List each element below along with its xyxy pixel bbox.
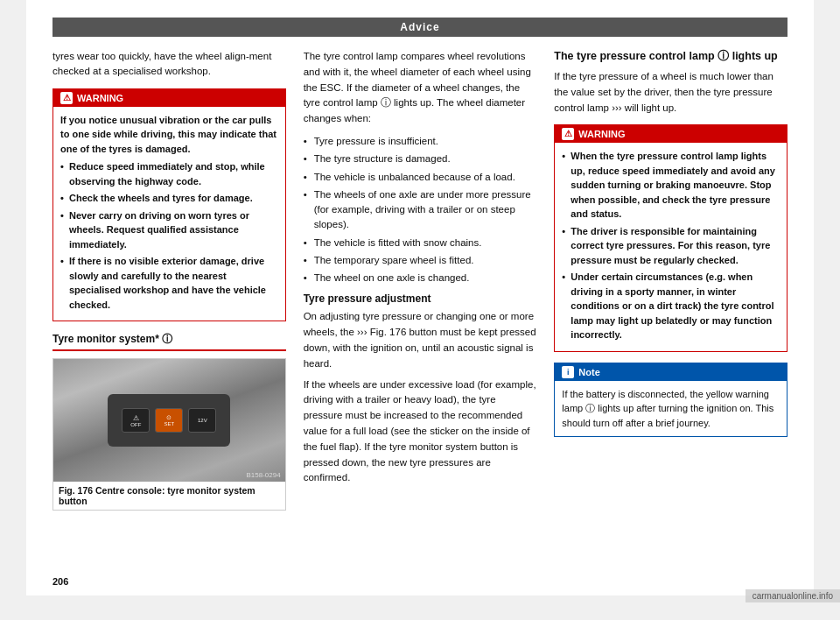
right-warning-bullet-1: When the tyre pressure control lamp ligh… [562,149,780,222]
left-warning-box: ⚠ WARNING If you notice unusual vibratio… [52,88,286,322]
header-bar: Advice [52,18,788,37]
adjustment-text: On adjusting tyre pressure or changing o… [304,309,537,486]
left-warning-main: If you notice unusual vibration or the c… [60,113,278,157]
image-caption-bold: Fig. 176 [59,485,93,496]
console-btn-12v: 12V [188,408,216,433]
middle-bullet-6: The temporary spare wheel is fitted. [304,253,537,268]
middle-column: The tyre control lamp compares wheel rev… [304,49,537,518]
watermark: carmanualonline.info [746,589,840,602]
tyre-image-box: ⚠ OFF ⊙ SET 12V B158-0294 [52,358,286,511]
middle-bullet-5: The vehicle is fitted with snow chains. [304,236,537,250]
note-header: i Note [555,363,787,381]
left-warning-bullet-1: Reduce speed immediately and stop, while… [60,159,278,188]
adjustment-para-2: If the wheels are under excessive load (… [304,377,537,487]
right-warning-bullet-2: The driver is responsible for maintainin… [562,224,780,268]
note-box: i Note If the battery is disconnected, t… [554,363,788,438]
left-warning-bullet-4: If there is no visible exterior damage, … [60,254,278,312]
right-warning-icon: ⚠ [562,128,574,140]
right-warning-bullet-3: Under certain circumstances (e.g. when d… [562,270,780,342]
right-section-title: The tyre pressure control lamp ⓘ lights … [554,49,788,64]
page-number: 206 [52,576,68,587]
right-intro-text: If the tyre pressure of a wheel is much … [554,69,788,116]
right-warning-bullets: When the tyre pressure control lamp ligh… [562,149,780,342]
left-warning-content: If you notice unusual vibration or the c… [53,107,285,321]
image-caption: Fig. 176 Centre console: tyre monitor sy… [53,482,285,510]
left-warning-label: WARNING [77,93,123,103]
middle-bullet-3: The vehicle is unbalanced because of a l… [304,170,537,185]
tyre-image: ⚠ OFF ⊙ SET 12V B158-0294 [53,359,285,482]
left-warning-header: ⚠ WARNING [53,89,285,107]
middle-bullets: Tyre pressure is insufficient. The tyre … [304,134,537,285]
middle-bullet-4: The wheels of one axle are under more pr… [304,187,537,233]
header-title: Advice [400,21,439,33]
right-column: The tyre pressure control lamp ⓘ lights … [554,49,788,518]
tyre-console-image: ⚠ OFF ⊙ SET 12V [108,394,230,447]
left-warning-bullet-3: Never carry on driving on worn tyres or … [60,208,278,252]
right-warning-box: ⚠ WARNING When the tyre pressure control… [554,124,788,352]
console-btn-set: ⊙ SET [155,408,183,433]
warning-icon: ⚠ [60,92,73,104]
left-warning-bullet-2: Check the wheels and tyres for damage. [60,191,278,206]
middle-bullet-2: The tyre structure is damaged. [304,151,537,166]
middle-intro: The tyre control lamp compares wheel rev… [304,49,537,127]
right-warning-content: When the tyre pressure control lamp ligh… [555,143,787,351]
left-intro-text: tyres wear too quickly, have the wheel a… [52,49,286,80]
middle-intro-para: The tyre control lamp compares wheel rev… [304,49,537,127]
left-warning-bullets: Reduce speed immediately and stop, while… [60,159,278,312]
note-icon: i [562,366,574,378]
left-column: tyres wear too quickly, have the wheel a… [52,49,286,518]
note-text: If the battery is disconnected, the yell… [562,389,774,428]
note-content: If the battery is disconnected, the yell… [555,381,787,437]
content-columns: tyres wear too quickly, have the wheel a… [52,49,788,518]
page: Advice tyres wear too quickly, have the … [26,0,814,595]
console-btn-off: ⚠ OFF [122,408,150,433]
middle-bullet-1: Tyre pressure is insufficient. [304,134,537,149]
right-warning-header: ⚠ WARNING [555,125,787,143]
note-label: Note [578,367,599,377]
middle-bullet-7: The wheel on one axle is changed. [304,271,537,285]
right-warning-label: WARNING [578,129,625,139]
adjustment-para-1: On adjusting tyre pressure or changing o… [304,309,537,371]
tyre-pressure-adjustment-title: Tyre pressure adjustment [304,292,537,305]
tyre-monitor-title: Tyre monitor system* ⓘ [52,332,286,351]
